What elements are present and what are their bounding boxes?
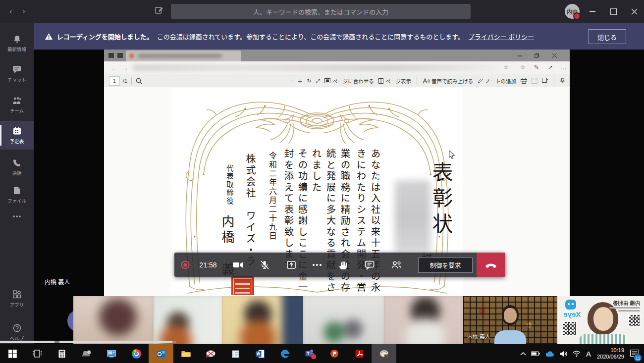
add-notes-button[interactable]: ノートの追加 — [478, 77, 516, 85]
browser-forward-icon[interactable]: → — [122, 64, 128, 72]
print-icon[interactable] — [521, 78, 527, 84]
video-tile-woman[interactable]: Xeye 内橋 由利香 — [557, 296, 644, 344]
search-input[interactable]: 人、キーワードの検索、またはコマンドの入力 — [171, 4, 471, 19]
zoom-in-icon[interactable]: ＋ — [297, 77, 303, 85]
sidebar-more-button[interactable] — [0, 209, 34, 224]
mic-muted-button[interactable] — [254, 253, 275, 277]
speaker-icon[interactable] — [557, 344, 570, 363]
browser-menu-icon[interactable]: … — [561, 64, 567, 71]
browser-restore-icon[interactable] — [529, 50, 544, 61]
close-button[interactable] — [624, 0, 644, 23]
share-page-icon[interactable]: ↗ — [548, 64, 553, 71]
fit-page-button[interactable]: ページに合わせる — [324, 77, 374, 85]
annotate-pen-icon[interactable]: ✎ — [534, 64, 539, 71]
taskbar-calculator-icon[interactable] — [50, 344, 74, 363]
pin-icon[interactable] — [560, 78, 565, 84]
mouse-cursor — [448, 151, 455, 159]
ime-indicator[interactable]: A — [583, 344, 594, 363]
start-button[interactable] — [0, 344, 25, 363]
taskbar-acrobat-icon[interactable] — [347, 344, 372, 363]
banner-close-button[interactable]: 閉じる — [588, 29, 626, 44]
sidebar-item-calls[interactable]: 通話 — [0, 153, 34, 181]
pdf-search-icon[interactable] — [136, 78, 142, 84]
diagonal-expand-icon[interactable]: ⤢ — [316, 78, 320, 84]
task-view-button[interactable] — [25, 344, 50, 363]
taskbar-powerpoint-icon[interactable] — [322, 344, 347, 363]
video-tile-blurred[interactable] — [73, 296, 154, 344]
sidebar-item-apps[interactable]: アプリ — [0, 284, 34, 313]
read-aloud-button[interactable]: 音声で読み上げる — [423, 77, 473, 85]
save-icon[interactable] — [532, 78, 537, 84]
zoom-out-icon[interactable]: − — [290, 78, 293, 84]
page-view-button[interactable]: ページ表示 — [378, 77, 411, 85]
forward-icon[interactable]: › — [19, 6, 29, 16]
minimize-button[interactable] — [583, 0, 602, 23]
taskbar-explorer-icon[interactable] — [173, 344, 198, 363]
taskbar-outlook-icon[interactable] — [149, 344, 173, 363]
taskbar-device-tool-icon[interactable] — [74, 344, 99, 363]
page-number-input[interactable]: 1 — [109, 76, 120, 86]
avatar[interactable]: 内由 — [565, 4, 580, 19]
browser-minimize-icon[interactable] — [512, 50, 527, 61]
save-as-icon[interactable] — [542, 78, 548, 84]
video-tile-blurred[interactable] — [303, 296, 384, 344]
more-dots-icon — [12, 211, 22, 221]
help-icon — [12, 323, 22, 333]
rotate-icon[interactable]: ↻ — [307, 78, 312, 84]
taskbar-word-icon[interactable] — [248, 344, 272, 363]
man-shirt — [494, 330, 526, 344]
privacy-policy-link[interactable]: プライバシー ポリシー — [468, 32, 534, 41]
browser-back-icon[interactable]: ← — [111, 64, 117, 72]
sidebar-item-chat[interactable]: チャット — [0, 59, 34, 88]
taskbar-paint-icon[interactable] — [372, 344, 396, 363]
taskbar-edge-icon[interactable] — [272, 344, 297, 363]
taskbar-snip-icon[interactable] — [198, 344, 223, 363]
taskbar-display-settings-icon[interactable] — [99, 344, 124, 363]
video-tile-blurred[interactable] — [384, 296, 463, 344]
maximize-button[interactable] — [603, 0, 623, 23]
raise-hand-button[interactable] — [332, 253, 354, 277]
presenter-name-label: 内橋 義人 — [45, 277, 70, 286]
camera-button[interactable] — [227, 253, 249, 277]
chat-icon — [12, 65, 22, 75]
sidebar-item-calendar[interactable]: 予定表 — [0, 121, 34, 150]
teams-people-icon — [12, 96, 22, 105]
share-screen-button[interactable] — [280, 253, 302, 277]
sidebar-item-activity[interactable]: 最新情報 — [0, 29, 34, 57]
scrollbar-strip[interactable] — [0, 341, 176, 343]
chat-button[interactable] — [359, 253, 380, 277]
action-center-button[interactable]: 11 — [627, 344, 644, 363]
wifi-icon[interactable] — [570, 344, 583, 363]
request-control-button[interactable]: 制御を要求 — [418, 258, 473, 273]
new-tab-icon[interactable] — [117, 53, 123, 58]
video-tile-blurred[interactable] — [222, 296, 303, 344]
compose-icon[interactable] — [155, 6, 163, 15]
clock-time: 10:19 — [597, 347, 624, 354]
sidebar-item-teams[interactable]: チーム — [0, 90, 34, 119]
sidebar-item-files[interactable]: ファイル — [0, 180, 34, 209]
participants-button[interactable] — [385, 253, 407, 277]
qr-code — [562, 321, 577, 336]
taskbar-chrome-icon[interactable] — [124, 344, 149, 363]
hangup-button[interactable] — [477, 253, 505, 277]
video-tile-blurred[interactable] — [154, 296, 222, 344]
tray-chevron-icon[interactable] — [518, 344, 529, 363]
taskbar-clock[interactable]: 10:19 2020/06/29 — [594, 347, 627, 360]
tab-list-icon[interactable] — [108, 53, 114, 58]
browser-tab[interactable] — [126, 51, 241, 61]
video-tile-man[interactable]: 内橋 義人 — [463, 296, 557, 344]
more-options-button[interactable] — [306, 253, 328, 277]
file-icon — [12, 186, 22, 196]
battery-icon[interactable] — [529, 344, 542, 363]
onedrive-cloud-icon[interactable] — [542, 344, 557, 363]
browser-close-icon[interactable] — [547, 50, 562, 61]
taskbar-teams-icon[interactable] — [297, 344, 322, 363]
apps-grid-icon — [12, 290, 22, 300]
favorites-bar-icon[interactable]: ☆ — [520, 64, 526, 71]
tab-favicon — [129, 53, 134, 58]
meeting-control-bar: 21:58 制御を要求 — [174, 253, 505, 277]
browser-addressbar[interactable]: ← → ☆ ☆ ✎ ↗ … — [104, 61, 570, 75]
taskbar-notepad-icon[interactable] — [223, 344, 248, 363]
back-icon[interactable]: ‹ — [6, 6, 16, 16]
favorite-star-icon[interactable]: ☆ — [503, 64, 509, 71]
